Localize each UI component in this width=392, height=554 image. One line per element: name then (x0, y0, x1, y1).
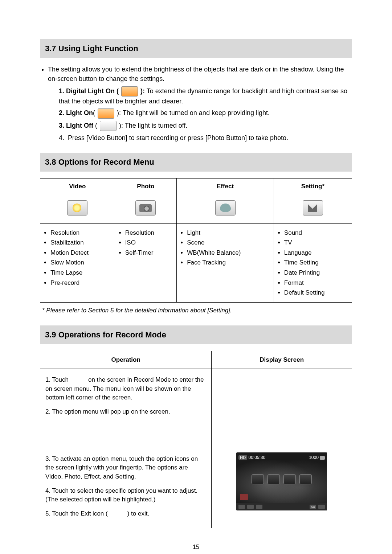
ops-row-1: 1. Touchon the screen in Record Mode to … (40, 369, 212, 448)
option-item: WB(White Balance) (187, 249, 270, 258)
photo-options-cell: ResolutionISOSelf-Timer (115, 223, 177, 302)
option-item: Default Setting (284, 288, 348, 297)
col-setting-header: Setting* (274, 178, 352, 195)
section-3-7-header: 3.7 Using Light Function (40, 39, 352, 58)
screen-video-icon (252, 474, 264, 484)
light-item-3: 3. Light Off ( ): The light is turned of… (59, 121, 352, 131)
option-item: Scene (187, 238, 270, 247)
option-item: Time Lapse (50, 268, 111, 278)
screen-timecode: 00:05:30 (248, 455, 265, 460)
ops-row-1-screen (212, 369, 352, 448)
option-item: Stabilization (50, 238, 111, 247)
light-item-2: 2. Light On( ): The light will be turned… (59, 108, 352, 118)
display-col-header: Display Screen (212, 351, 352, 369)
operations-table: Operation Display Screen 1. Touchon the … (40, 351, 352, 528)
ops-row-2-screen: HD 00:05:30 1000 SD (212, 448, 352, 528)
option-item: ISO (125, 238, 173, 247)
option-item: Language (284, 249, 348, 258)
option-item: Motion Detect (50, 249, 111, 258)
screen-effect-icon (283, 474, 296, 484)
digital-light-on-icon (121, 86, 138, 97)
botbar-menu-icon (238, 505, 245, 509)
option-item: Self-Timer (125, 249, 173, 258)
section-3-8-header: 3.8 Options for Record Menu (40, 153, 352, 172)
ops-row-2: 3. To activate an option menu, touch the… (40, 448, 212, 528)
option-item: Resolution (125, 229, 173, 238)
operation-col-header: Operation (40, 351, 212, 369)
setting-options-cell: SoundTVLanguageTime SettingDate Printing… (274, 223, 352, 302)
option-item: Slow Motion (50, 258, 111, 267)
screen-setting-icon (299, 474, 312, 484)
page-number: 15 (40, 543, 352, 551)
light-off-icon (100, 121, 117, 131)
effect-menu-icon (215, 200, 236, 216)
hd-badge: HD (238, 455, 247, 460)
option-item: Sound (284, 229, 348, 238)
display-screen-preview: HD 00:05:30 1000 SD (236, 452, 327, 510)
effect-options-cell: LightSceneWB(White Balance)Face Tracking (177, 223, 274, 302)
col-video-header: Video (40, 178, 115, 195)
botbar-light-icon (256, 505, 262, 509)
photo-small-icon (320, 456, 325, 460)
screen-exit-icon (240, 494, 248, 500)
light-item-1: 1. Digital Light On ( ): To extend the d… (59, 86, 352, 106)
video-options-cell: ResolutionStabilizationMotion DetectSlow… (40, 223, 115, 302)
video-menu-icon (67, 200, 87, 216)
photo-menu-icon (135, 200, 156, 216)
record-menu-options-table: Video Photo Effect Setting* ResolutionSt… (40, 178, 352, 303)
light-on-icon (98, 108, 114, 119)
section-3-7-intro: The setting allows you to extend the bri… (48, 66, 344, 82)
option-item: Resolution (50, 229, 111, 238)
light-item-4: 4. Press [Video Button] to start recordi… (59, 133, 352, 143)
botbar-sd-icon: SD (310, 505, 317, 509)
col-effect-header: Effect (177, 178, 274, 195)
setting-footnote: * Please refer to Section 5 for the deta… (42, 306, 352, 315)
screen-shot-count: 1000 (309, 455, 319, 460)
setting-menu-icon (303, 200, 323, 216)
option-item: TV (284, 238, 348, 247)
section-3-9-header: 3.9 Operations for Record Mode (40, 325, 352, 344)
section-3-7-body: The setting allows you to extend the bri… (40, 65, 352, 143)
option-item: Face Tracking (187, 258, 270, 267)
col-photo-header: Photo (115, 178, 177, 195)
option-item: Pre-record (50, 279, 111, 288)
option-item: Time Setting (284, 258, 348, 267)
option-item: Format (284, 279, 348, 288)
screen-photo-icon (268, 474, 280, 484)
botbar-play-icon (247, 505, 254, 509)
option-item: Date Printing (284, 268, 348, 278)
option-item: Light (187, 229, 270, 238)
botbar-battery-icon (318, 505, 325, 509)
